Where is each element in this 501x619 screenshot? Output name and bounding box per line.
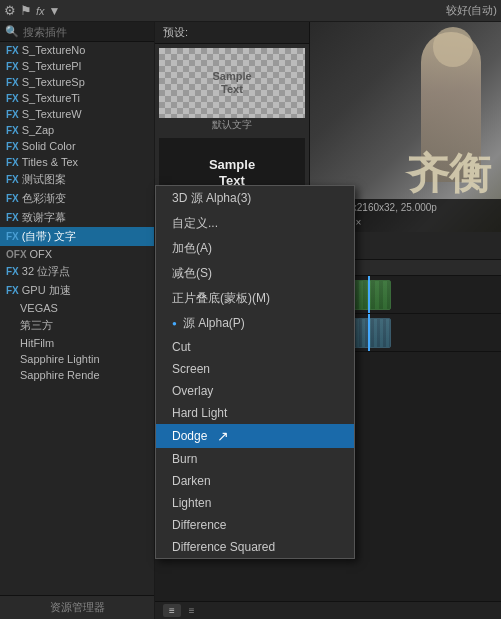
menu-item-add[interactable]: 加色(A) (156, 236, 354, 261)
menu-item-burn[interactable]: Burn (156, 448, 354, 470)
plugin-item[interactable]: FX致谢字幕 (0, 208, 154, 227)
main-layout: 🔍 FXS_TextureNoFXS_TexturePlFXS_TextureS… (0, 22, 501, 619)
menu-item-darken[interactable]: Darken (156, 470, 354, 492)
plugin-item[interactable]: FX色彩渐变 (0, 189, 154, 208)
footer-label: 资源管理器 (50, 600, 105, 615)
plugin-item[interactable]: OFXOFX (0, 246, 154, 262)
fx-badge: FX (6, 193, 19, 204)
menu-item-label-dodge: Dodge (172, 429, 207, 443)
plugin-name: S_TextureSp (22, 76, 85, 88)
plugin-name: GPU 加速 (22, 283, 71, 298)
preset-label-1: 默认文字 (159, 118, 305, 132)
bottom-tab-2[interactable]: ≡ (183, 604, 201, 617)
top-toolbar: ⚙ ⚑ fx ▼ 较好(自动) (0, 0, 501, 22)
left-panel-footer: 资源管理器 (0, 595, 154, 619)
plugin-item[interactable]: FX(自带) 文字 (0, 227, 154, 246)
plugin-name: Titles & Tex (22, 156, 78, 168)
menu-item-label-source-alpha: 源 Alpha(P) (183, 315, 245, 332)
quality-label: 较好(自动) (446, 3, 497, 18)
plugin-name: HitFilm (20, 337, 54, 349)
plugin-name: VEGAS (20, 302, 58, 314)
preset-item-1[interactable]: SampleText 默认文字 (159, 48, 305, 132)
bottom-tabs: ≡ ≡ (163, 604, 201, 617)
plugin-item[interactable]: FXS_TextureNo (0, 42, 154, 58)
fx-badge: FX (6, 231, 19, 242)
preset-header: 预设: (155, 22, 309, 44)
plugin-name: Sapphire Rende (20, 369, 100, 381)
plugin-item[interactable]: FXS_TextureSp (0, 74, 154, 90)
plugin-item[interactable]: FXTitles & Tex (0, 154, 154, 170)
menu-item-multiply[interactable]: 正片叠底(蒙板)(M) (156, 286, 354, 311)
left-panel: 🔍 FXS_TextureNoFXS_TexturePlFXS_TextureS… (0, 22, 155, 619)
plugin-item[interactable]: FX32 位浮点 (0, 262, 154, 281)
plugin-item[interactable]: FXS_TexturePl (0, 58, 154, 74)
fx-badge: FX (6, 285, 19, 296)
plugin-item[interactable]: VEGAS (0, 300, 154, 316)
menu-item-label-burn: Burn (172, 452, 197, 466)
menu-item-source-alpha[interactable]: 源 Alpha(P) (156, 311, 354, 336)
bottom-tab-1[interactable]: ≡ (163, 604, 181, 617)
fx-badge: FX (6, 212, 19, 223)
plugin-item[interactable]: HitFilm (0, 335, 154, 351)
menu-item-label-custom: 自定义... (172, 215, 218, 232)
playhead-2 (368, 314, 370, 351)
menu-item-label-overlay: Overlay (172, 384, 213, 398)
menu-item-screen[interactable]: Screen (156, 358, 354, 380)
plugin-item[interactable]: FX测试图案 (0, 170, 154, 189)
plugin-item[interactable]: Sapphire Rende (0, 367, 154, 383)
search-icon: 🔍 (5, 25, 19, 38)
menu-item-hard-light[interactable]: Hard Light (156, 402, 354, 424)
ofx-badge: OFX (6, 249, 27, 260)
plugin-name: 第三方 (20, 318, 53, 333)
plugin-item[interactable]: FXS_TextureW (0, 106, 154, 122)
plugin-name: 色彩渐变 (22, 191, 66, 206)
plugin-list: FXS_TextureNoFXS_TexturePlFXS_TextureSpF… (0, 42, 154, 595)
search-input[interactable] (23, 26, 149, 38)
plugin-item[interactable]: FXS_TextureTi (0, 90, 154, 106)
menu-item-dodge[interactable]: Dodge↗ (156, 424, 354, 448)
gear-icon[interactable]: ⚙ (4, 3, 16, 18)
fx-badge: FX (6, 93, 19, 104)
bottom-bar: ≡ ≡ (155, 601, 501, 619)
search-bar: 🔍 (0, 22, 154, 42)
menu-item-difference-squared[interactable]: Difference Squared (156, 536, 354, 558)
fx-badge: FX (6, 61, 19, 72)
plugin-name: Sapphire Lightin (20, 353, 100, 365)
menu-item-label-subtract: 减色(S) (172, 265, 212, 282)
context-menu[interactable]: 3D 源 Alpha(3)自定义...加色(A)减色(S)正片叠底(蒙板)(M)… (155, 185, 355, 559)
plugin-name: (自带) 文字 (22, 229, 76, 244)
menu-item-label-difference-squared: Difference Squared (172, 540, 275, 554)
fx-badge: FX (6, 125, 19, 136)
menu-item-difference[interactable]: Difference (156, 514, 354, 536)
plugin-item[interactable]: FXSolid Color (0, 138, 154, 154)
menu-item-3d-alpha[interactable]: 3D 源 Alpha(3) (156, 186, 354, 211)
menu-item-label-darken: Darken (172, 474, 211, 488)
preset-thumb-1[interactable]: SampleText (159, 48, 305, 118)
plugin-name: 致谢字幕 (22, 210, 66, 225)
playhead-1 (368, 276, 370, 313)
plugin-item[interactable]: FXGPU 加速 (0, 281, 154, 300)
flag-icon[interactable]: ⚑ (20, 3, 32, 18)
plugin-name: S_TextureTi (22, 92, 80, 104)
preset-sample-text-1: SampleText (212, 70, 251, 96)
cursor-icon: ↗ (217, 428, 229, 444)
plugin-name: S_TextureW (22, 108, 82, 120)
preset-sample-text-2: SampleText (209, 157, 255, 188)
menu-item-custom[interactable]: 自定义... (156, 211, 354, 236)
menu-item-subtract[interactable]: 减色(S) (156, 261, 354, 286)
video-overlay-text: 齐衡 (407, 146, 491, 202)
right-side: 预设: SampleText 默认文字 SampleText (155, 22, 501, 619)
plugin-item[interactable]: Sapphire Lightin (0, 351, 154, 367)
plugin-item[interactable]: 第三方 (0, 316, 154, 335)
fx-label: fx (36, 5, 45, 17)
menu-item-overlay[interactable]: Overlay (156, 380, 354, 402)
plugin-item[interactable]: FXS_Zap (0, 122, 154, 138)
menu-item-cut[interactable]: Cut (156, 336, 354, 358)
fx-badge: FX (6, 45, 19, 56)
plugin-name: Solid Color (22, 140, 76, 152)
fx-badge: FX (6, 266, 19, 277)
plugin-name: 测试图案 (22, 172, 66, 187)
menu-item-lighten[interactable]: Lighten (156, 492, 354, 514)
menu-item-label-add: 加色(A) (172, 240, 212, 257)
arrow-icon: ▼ (49, 4, 61, 18)
